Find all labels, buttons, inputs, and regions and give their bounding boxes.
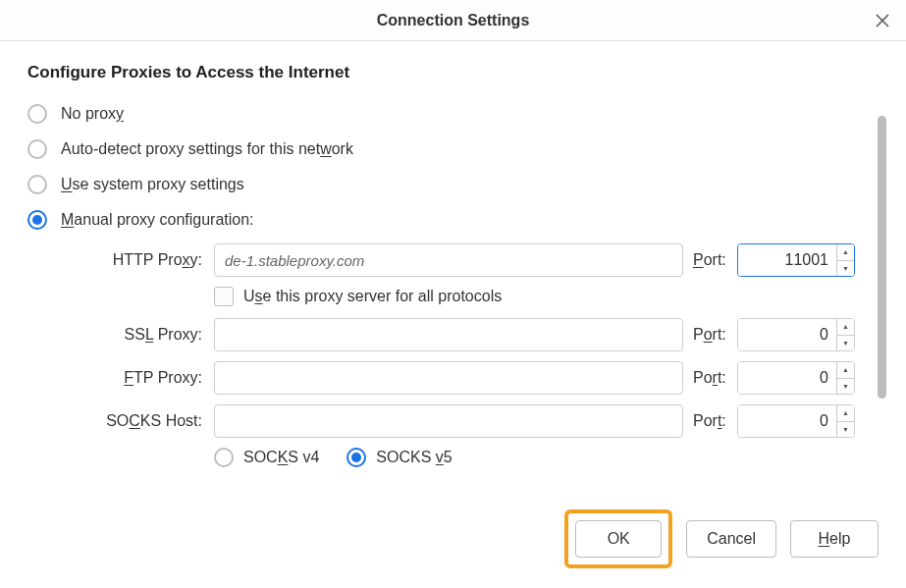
radio-socks-v5[interactable] <box>346 448 366 467</box>
ftp-port-down[interactable]: ▼ <box>837 379 854 395</box>
titlebar: Connection Settings <box>0 0 906 41</box>
dialog-title: Connection Settings <box>377 12 530 29</box>
socks-host-input[interactable] <box>214 404 683 438</box>
options-scroll-area: Configure Proxies to Access the Internet… <box>27 63 879 503</box>
use-for-all-checkbox[interactable] <box>214 287 234 306</box>
socks-host-row: SOCKS Host: Port: ▲ ▼ <box>27 404 879 438</box>
label-no-proxy: No proxy <box>61 105 124 123</box>
radio-system[interactable] <box>27 175 47 194</box>
ssl-proxy-label: SSL Proxy: <box>27 326 214 344</box>
http-port-input[interactable] <box>738 244 836 276</box>
label-socks-v5: SOCKS v5 <box>376 449 452 466</box>
ssl-port-input[interactable] <box>738 319 836 350</box>
ssl-port-down[interactable]: ▼ <box>837 336 854 351</box>
option-manual[interactable]: Manual proxy configuration: <box>27 202 879 238</box>
ftp-proxy-input[interactable] <box>214 361 683 395</box>
ftp-proxy-label: FTP Proxy: <box>27 369 214 387</box>
dialog-buttons: OK Cancel Help <box>564 509 879 568</box>
socks-port-spinner[interactable]: ▲ ▼ <box>737 404 855 438</box>
label-manual: Manual proxy configuration: <box>61 211 254 229</box>
ssl-port-up[interactable]: ▲ <box>837 319 854 336</box>
ssl-port-spinner[interactable]: ▲ ▼ <box>737 318 855 351</box>
http-proxy-label: HTTP Proxy: <box>27 251 214 269</box>
scrollbar[interactable] <box>878 116 886 399</box>
http-proxy-row: HTTP Proxy: Port: ▲ ▼ <box>27 243 879 277</box>
use-for-all-label: Use this proxy server for all protocols <box>243 288 502 305</box>
label-socks-v4: SOCKS v4 <box>243 449 319 466</box>
socks-port-down[interactable]: ▼ <box>837 422 854 438</box>
use-for-all-row[interactable]: Use this proxy server for all protocols <box>214 287 879 306</box>
close-button[interactable] <box>873 11 892 30</box>
radio-manual[interactable] <box>27 210 47 230</box>
http-port-spinner[interactable]: ▲ ▼ <box>737 243 855 277</box>
socks-port-label: Port: <box>693 412 737 430</box>
close-icon <box>876 14 889 27</box>
ftp-port-input[interactable] <box>738 362 836 394</box>
label-system: Use system proxy settings <box>61 176 244 193</box>
ftp-port-label: Port: <box>693 369 737 387</box>
http-port-down[interactable]: ▼ <box>837 261 854 277</box>
http-proxy-input[interactable] <box>214 243 683 277</box>
radio-socks-v4[interactable] <box>214 448 234 467</box>
ssl-port-label: Port: <box>693 326 737 344</box>
socks-host-label: SOCKS Host: <box>27 412 214 430</box>
socks-port-up[interactable]: ▲ <box>837 405 854 422</box>
ssl-proxy-input[interactable] <box>214 318 683 351</box>
ftp-port-up[interactable]: ▲ <box>837 362 854 379</box>
option-no-proxy[interactable]: No proxy <box>27 96 879 132</box>
label-autodetect: Auto-detect proxy settings for this netw… <box>61 140 353 158</box>
radio-no-proxy[interactable] <box>27 104 47 124</box>
manual-proxy-settings: HTTP Proxy: Port: ▲ ▼ Use this proxy ser… <box>27 243 879 467</box>
socks-version-row: SOCKS v4 SOCKS v5 <box>214 448 879 467</box>
ok-button[interactable]: OK <box>575 520 662 558</box>
ftp-port-spinner[interactable]: ▲ ▼ <box>737 361 855 395</box>
http-port-up[interactable]: ▲ <box>837 244 854 261</box>
radio-autodetect[interactable] <box>27 139 47 159</box>
option-autodetect[interactable]: Auto-detect proxy settings for this netw… <box>27 132 879 167</box>
ftp-proxy-row: FTP Proxy: Port: ▲ ▼ <box>27 361 879 395</box>
cancel-button[interactable]: Cancel <box>686 520 776 558</box>
ok-highlight: OK <box>564 509 672 568</box>
socks-port-input[interactable] <box>738 405 836 437</box>
ssl-proxy-row: SSL Proxy: Port: ▲ ▼ <box>27 318 879 351</box>
option-system[interactable]: Use system proxy settings <box>27 167 879 202</box>
section-title: Configure Proxies to Access the Internet <box>27 63 879 82</box>
http-port-label: Port: <box>693 251 737 269</box>
help-button[interactable]: Help <box>790 520 879 558</box>
